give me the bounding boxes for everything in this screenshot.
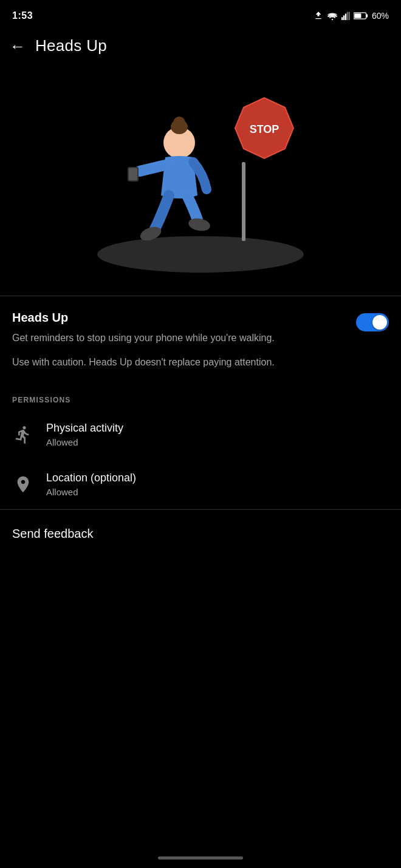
svg-point-18 (188, 217, 211, 232)
status-icons: 60% (314, 11, 389, 21)
location-icon (12, 473, 34, 495)
location-text: Location (optional) Allowed (46, 472, 136, 497)
permissions-section-header: PERMISSIONS (0, 382, 401, 410)
setting-description: Get reminders to stop using your phone w… (12, 331, 304, 345)
setting-caution: Use with caution. Heads Up doesn't repla… (12, 355, 304, 370)
battery-text: 60% (372, 11, 389, 21)
svg-rect-5 (349, 12, 350, 20)
svg-point-0 (332, 19, 333, 20)
permissions-label: PERMISSIONS (12, 396, 71, 404)
location-name: Location (optional) (46, 472, 136, 484)
illustration-svg: STOP (85, 89, 316, 277)
location-status: Allowed (46, 487, 136, 497)
send-feedback-label[interactable]: Send feedback (12, 527, 93, 540)
svg-rect-16 (129, 168, 137, 180)
home-indicator (158, 856, 243, 860)
status-time: 1:53 (12, 10, 33, 21)
setting-title: Heads Up (12, 311, 389, 325)
hero-illustration: STOP (0, 65, 401, 296)
page-title: Heads Up (35, 36, 107, 55)
svg-rect-7 (366, 14, 368, 17)
heads-up-toggle[interactable] (356, 313, 389, 331)
svg-rect-3 (345, 14, 346, 21)
svg-text:STOP: STOP (250, 123, 279, 135)
svg-rect-1 (341, 17, 343, 20)
toolbar: ← Heads Up (0, 29, 401, 65)
signal-icon (341, 12, 350, 20)
send-feedback-item[interactable]: Send feedback (0, 510, 401, 558)
physical-activity-name: Physical activity (46, 422, 123, 435)
physical-activity-status: Allowed (46, 437, 123, 447)
status-bar: 1:53 60% (0, 0, 401, 29)
toggle-knob (372, 315, 387, 330)
svg-rect-2 (343, 15, 344, 20)
physical-activity-text: Physical activity Allowed (46, 422, 123, 447)
heads-up-setting: Heads Up Get reminders to stop using you… (0, 296, 401, 382)
physical-activity-permission[interactable]: Physical activity Allowed (0, 410, 401, 459)
svg-rect-8 (354, 13, 361, 18)
wifi-icon (327, 12, 338, 20)
toggle-switch[interactable] (356, 313, 389, 331)
battery-icon (354, 12, 368, 20)
activity-icon (12, 424, 34, 446)
back-button[interactable]: ← (10, 38, 26, 54)
location-permission[interactable]: Location (optional) Allowed (0, 459, 401, 509)
svg-rect-4 (347, 12, 348, 20)
svg-point-14 (173, 117, 185, 129)
download-icon (314, 11, 323, 21)
svg-rect-9 (242, 162, 245, 241)
